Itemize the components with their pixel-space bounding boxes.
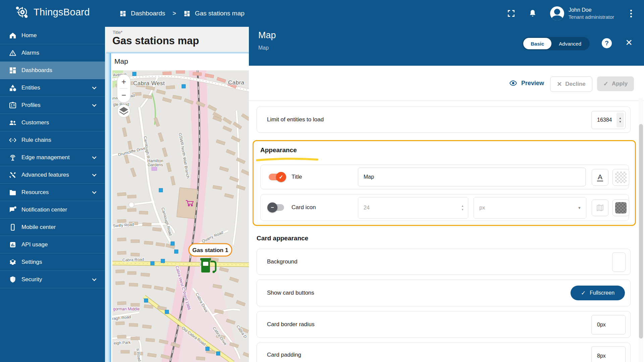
background-color-swatch[interactable] xyxy=(612,252,626,272)
widget-title: Map xyxy=(114,57,128,65)
road-label: eigh Park xyxy=(113,340,131,346)
mode-basic-button[interactable]: Basic xyxy=(523,38,551,49)
rule-chains-icon xyxy=(9,136,17,144)
card-appearance-heading: Card appearance xyxy=(257,235,308,242)
check-icon: ✓ xyxy=(603,80,608,87)
dashboard-icon xyxy=(183,10,191,17)
preview-button[interactable]: Preview xyxy=(509,79,544,87)
card-icon-color-button[interactable] xyxy=(612,199,629,216)
poi-label: Gardens xyxy=(148,163,163,167)
fullscreen-chip[interactable]: ✓ Fullscreen xyxy=(571,286,625,300)
sidebar-item-advanced-features[interactable]: Advanced features xyxy=(0,166,105,184)
sidebar-item-rule-chains[interactable]: Rule chains xyxy=(0,131,105,149)
transparent-color-icon xyxy=(615,172,627,183)
close-small-icon: ✕ xyxy=(557,80,562,88)
dashboard-title-label: Title* xyxy=(113,30,122,35)
limit-entities-stepper[interactable]: 16384 ▲▼ xyxy=(591,111,626,129)
road-label: Swilly Road xyxy=(113,222,134,228)
home-icon xyxy=(9,32,17,40)
breadcrumb-current[interactable]: Gas stations map xyxy=(183,10,245,17)
map-tooltip-text: Gas station 1 xyxy=(193,247,228,253)
dashboard-icon xyxy=(119,10,126,17)
fullscreen-icon[interactable] xyxy=(504,7,518,20)
stepper-arrows[interactable]: ▲▼ xyxy=(616,113,624,127)
sidebar-item-customers[interactable]: Customers xyxy=(0,114,105,131)
settings-actions-row: Preview ✕ Decline ✓ Apply xyxy=(249,66,644,101)
dashboard-title-input[interactable]: Gas stations map xyxy=(112,35,199,47)
icon-size-unit-select[interactable]: px ▼ xyxy=(474,197,586,219)
decline-button[interactable]: ✕ Decline xyxy=(550,76,592,92)
map-canvas[interactable]: Avenue Cabra West Cabra manus Road gle R… xyxy=(112,70,249,362)
card-border-radius-input[interactable]: 0px xyxy=(591,315,626,335)
breadcrumb-dashboards[interactable]: Dashboards xyxy=(119,10,165,17)
settings-panel-header: Map Map Basic Advanced ? ✕ xyxy=(249,27,644,66)
widget-title-input[interactable] xyxy=(358,168,586,186)
title-toggle[interactable]: ✓ xyxy=(267,172,286,182)
sidebar-item-resources[interactable]: Resources xyxy=(0,184,105,201)
notification-bubble-icon xyxy=(9,206,17,214)
font-icon: A xyxy=(597,173,603,181)
sidebar-item-profiles[interactable]: Profiles xyxy=(0,97,105,114)
dark-transparent-color-icon xyxy=(615,202,627,214)
sidebar-item-settings[interactable]: Settings xyxy=(0,253,105,271)
tools-icon xyxy=(9,171,17,179)
chevron-down-icon: ▼ xyxy=(578,206,581,210)
people-icon xyxy=(9,119,17,127)
sidebar-item-edge-management[interactable]: Edge management xyxy=(0,149,105,166)
card-padding-input[interactable]: 8px xyxy=(591,346,626,362)
title-color-button[interactable] xyxy=(612,169,629,186)
map-layers-button[interactable] xyxy=(117,105,130,117)
map-widget-card[interactable]: Map xyxy=(106,53,249,362)
card-icon-picker-button[interactable] xyxy=(592,199,608,216)
mode-advanced-button[interactable]: Advanced xyxy=(551,41,589,47)
title-setting-row: ✓ Title A xyxy=(260,165,629,189)
user-info[interactable]: John Doe Tenant administrator xyxy=(569,6,614,20)
notifications-bell-icon[interactable] xyxy=(526,7,539,20)
stepper-arrows[interactable]: ▲▼ xyxy=(461,205,464,211)
sidebar-item-api-usage[interactable]: API usage xyxy=(0,236,105,253)
map-zoom-control[interactable]: + − xyxy=(117,74,130,103)
avatar[interactable] xyxy=(550,6,564,20)
close-icon[interactable]: ✕ xyxy=(625,38,633,48)
title-font-settings-button[interactable]: A xyxy=(592,169,608,186)
more-menu-icon[interactable] xyxy=(630,10,632,17)
user-name: John Doe xyxy=(569,6,614,14)
sidebar-item-notification-center[interactable]: Notification center xyxy=(0,201,105,219)
settings-scrollbar[interactable] xyxy=(639,98,643,362)
road-label: Cabra Road xyxy=(122,257,144,262)
sidebar-item-mobile-center[interactable]: Mobile center xyxy=(0,219,105,236)
zoom-in-button[interactable]: + xyxy=(121,77,126,86)
card-icon-toggle[interactable]: − xyxy=(267,202,286,213)
sidebar-item-dashboards[interactable]: Dashboards xyxy=(0,62,105,79)
settings-panel-subtitle: Map xyxy=(258,45,269,51)
breadcrumb: Dashboards > Gas stations map xyxy=(119,0,245,27)
sidebar-item-home[interactable]: Home xyxy=(0,27,105,44)
place-label-cabra-west: Cabra West xyxy=(133,80,165,86)
apply-button[interactable]: ✓ Apply xyxy=(597,76,634,91)
limit-entities-row: Limit of entities to load 16384 ▲▼ xyxy=(257,107,631,133)
sidebar-item-entities[interactable]: Entities xyxy=(0,79,105,97)
scrollbar-thumb[interactable] xyxy=(639,124,643,339)
chevron-down-icon xyxy=(92,190,97,195)
folder-icon xyxy=(9,188,17,196)
sidebar-item-alarms[interactable]: Alarms xyxy=(0,44,105,62)
chevron-down-icon xyxy=(92,103,97,108)
card-icon-setting-row: − Card icon 24 ▲▼ px ▼ xyxy=(260,194,629,221)
map-tooltip[interactable]: Gas station 1 xyxy=(189,244,232,256)
background-label: Background xyxy=(267,258,298,265)
chevron-down-icon xyxy=(92,277,97,282)
help-icon[interactable]: ? xyxy=(602,38,612,48)
app-name: ThingsBoard xyxy=(34,7,90,18)
breadcrumb-separator: > xyxy=(172,10,176,17)
dashboard-icon xyxy=(9,66,17,74)
toggle-check-icon: ✓ xyxy=(276,172,286,182)
app-logo[interactable]: ThingsBoard xyxy=(15,5,90,19)
icon-size-stepper[interactable]: 24 ▲▼ xyxy=(358,197,468,219)
widget-selection-border xyxy=(106,53,111,362)
place-label-cabra: Cabra xyxy=(228,79,245,86)
road-label: Camlough Road xyxy=(160,207,173,236)
sidebar-item-security[interactable]: Security xyxy=(0,271,105,288)
zoom-out-button[interactable]: − xyxy=(121,90,126,100)
background-row: Background xyxy=(257,249,631,275)
card-border-radius-label: Card border radius xyxy=(267,321,315,328)
